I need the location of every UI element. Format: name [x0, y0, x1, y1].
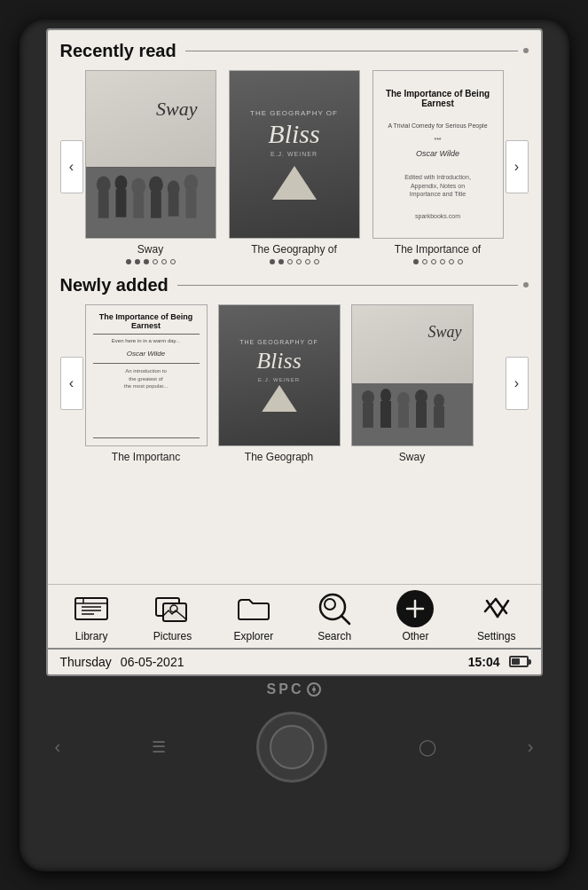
- book-item-bliss[interactable]: THE GEOGRAPHY OF Bliss E.J. WEINER The G…: [227, 70, 362, 264]
- recently-read-row: ‹ Sway: [60, 70, 529, 264]
- book-label-earnest: The Importance of: [372, 243, 504, 256]
- svg-point-11: [184, 174, 198, 192]
- book-cover-sway: Sway: [85, 70, 216, 239]
- screen: Recently read ‹ Sway: [46, 28, 543, 676]
- status-time: 15:04: [468, 655, 500, 669]
- svg-point-1: [96, 176, 110, 193]
- svg-point-24: [434, 394, 444, 408]
- svg-rect-4: [115, 189, 126, 217]
- svg-marker-14: [262, 385, 296, 412]
- new-book-label-earnest: The Importanc: [85, 451, 208, 463]
- svg-point-5: [131, 177, 145, 195]
- new-book-label-sway: Sway: [351, 451, 474, 463]
- new-book-item-bliss[interactable]: THE GEOGRAPHY OF Bliss E.J. WEINER The G…: [216, 304, 342, 463]
- toolbar-label-library: Library: [75, 630, 108, 642]
- svg-rect-23: [416, 402, 427, 428]
- newly-added-row: ‹ The Importance of BeingEarnest Even he…: [60, 304, 529, 463]
- toolbar-item-search[interactable]: Search: [303, 590, 365, 642]
- screen-content: Recently read ‹ Sway: [48, 30, 541, 584]
- svg-rect-8: [151, 192, 161, 218]
- svg-rect-6: [133, 193, 144, 218]
- svg-rect-26: [75, 598, 107, 619]
- brand-bar: SPC: [267, 676, 322, 703]
- phys-menu-button[interactable]: ☰: [152, 737, 166, 757]
- library-icon: [73, 590, 110, 627]
- book-progress-bliss: [270, 259, 319, 264]
- newly-section-divider-line: [177, 285, 518, 286]
- book-cover-bliss: THE GEOGRAPHY OF Bliss E.J. WEINER: [229, 70, 360, 239]
- brand-logo: [307, 682, 321, 697]
- newly-added-header: Newly added: [60, 275, 529, 295]
- newly-added-section: Newly added ‹ The Importance of BeingEar…: [60, 275, 529, 463]
- book-cover-earnest: The Importance of BeingEarnest A Trivial…: [372, 70, 504, 239]
- recently-read-prev-button[interactable]: ‹: [60, 140, 83, 193]
- newly-added-prev-button[interactable]: ‹: [60, 357, 83, 410]
- svg-point-18: [380, 389, 391, 403]
- status-date: 06-05-2021: [121, 655, 184, 669]
- pictures-icon: [153, 590, 191, 627]
- book-progress-sway: [126, 259, 176, 264]
- newly-added-next-button[interactable]: ›: [506, 357, 529, 410]
- phys-back-button[interactable]: ‹: [55, 736, 61, 757]
- cover-people-silhouette: [86, 167, 216, 238]
- svg-rect-21: [398, 405, 409, 428]
- phys-forward-button[interactable]: ›: [528, 736, 534, 757]
- recently-read-books: Sway: [83, 70, 506, 264]
- svg-rect-10: [168, 193, 178, 217]
- newly-added-books: The Importance of BeingEarnest Even here…: [83, 304, 506, 463]
- svg-rect-25: [434, 406, 444, 428]
- search-icon: [316, 590, 353, 627]
- status-day: Thursday: [60, 655, 112, 669]
- other-icon: [396, 590, 434, 627]
- toolbar-item-settings[interactable]: Settings: [466, 590, 528, 642]
- new-book-item-earnest[interactable]: The Importance of BeingEarnest Even here…: [83, 304, 209, 463]
- svg-rect-2: [98, 192, 108, 218]
- svg-point-20: [397, 392, 410, 406]
- toolbar-item-other[interactable]: Other: [384, 590, 446, 642]
- toolbar-item-pictures[interactable]: Pictures: [141, 590, 203, 642]
- section-divider-dot: [523, 48, 529, 53]
- settings-icon: [478, 590, 515, 627]
- explorer-icon: [235, 590, 272, 627]
- newly-section-divider-dot: [523, 282, 529, 287]
- new-book-item-sway[interactable]: Sway: [349, 304, 475, 463]
- toolbar-label-settings: Settings: [477, 630, 515, 642]
- recently-read-next-button[interactable]: ›: [506, 140, 529, 193]
- book-label-sway: Sway: [85, 243, 216, 256]
- device: Recently read ‹ Sway: [20, 20, 569, 871]
- svg-point-22: [415, 390, 427, 404]
- toolbar-label-explorer: Explorer: [233, 630, 273, 642]
- svg-marker-13: [272, 166, 317, 200]
- book-item-earnest[interactable]: The Importance of BeingEarnest A Trivial…: [371, 70, 506, 264]
- book-progress-earnest: [413, 259, 463, 264]
- recently-read-title: Recently read: [60, 41, 176, 61]
- svg-point-7: [149, 176, 163, 193]
- svg-rect-12: [185, 190, 196, 218]
- center-button-inner: [270, 725, 314, 769]
- toolbar-label-search: Search: [318, 630, 351, 642]
- new-book-cover-sway: Sway: [351, 304, 474, 446]
- svg-rect-17: [363, 403, 373, 428]
- book-label-bliss: The Geography of: [229, 243, 360, 256]
- battery-icon: [509, 656, 529, 667]
- phys-power-button[interactable]: ◯: [419, 737, 436, 757]
- toolbar-label-other: Other: [402, 630, 428, 642]
- battery-fill: [512, 658, 521, 665]
- new-book-label-bliss: The Geograph: [218, 451, 341, 463]
- brand-text: SPC: [267, 681, 304, 697]
- newly-added-title: Newly added: [60, 275, 169, 295]
- toolbar-item-explorer[interactable]: Explorer: [223, 590, 285, 642]
- svg-point-37: [325, 599, 335, 610]
- status-bar: Thursday 06-05-2021 15:04: [48, 648, 541, 674]
- svg-point-3: [114, 175, 127, 191]
- physical-buttons: ‹ ☰ ◯ ›: [28, 705, 561, 790]
- recently-read-header: Recently read: [60, 41, 529, 61]
- svg-point-16: [362, 390, 374, 405]
- new-book-cover-earnest: The Importance of BeingEarnest Even here…: [85, 304, 208, 446]
- book-item-sway[interactable]: Sway: [83, 70, 218, 264]
- phys-center-button[interactable]: [256, 712, 327, 783]
- section-divider-line: [185, 51, 518, 51]
- svg-rect-19: [380, 401, 391, 428]
- toolbar-item-library[interactable]: Library: [60, 590, 122, 642]
- toolbar: Library Pictures: [48, 584, 541, 648]
